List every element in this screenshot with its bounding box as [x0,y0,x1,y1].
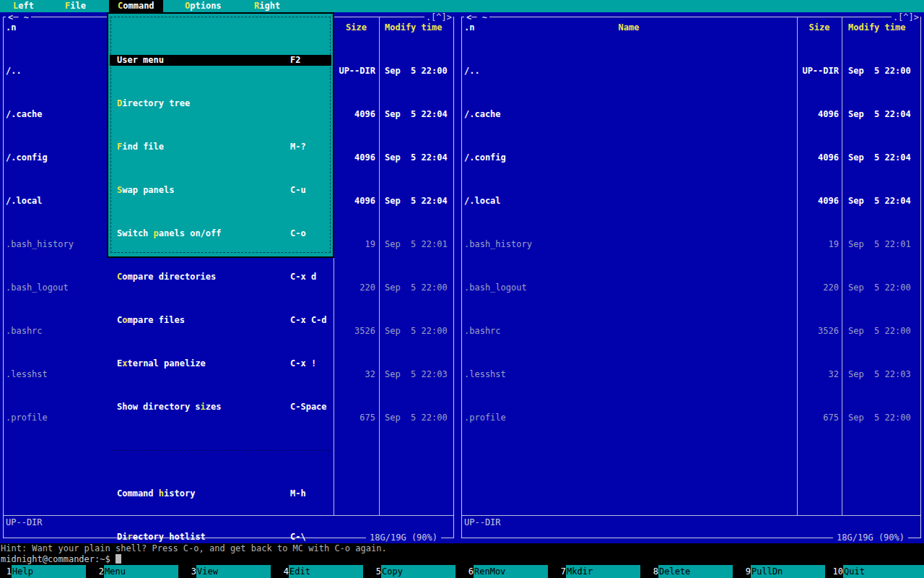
panel-path-history-back-icon[interactable]: <─ ~ [464,12,489,23]
disk-usage: 18G/19G (90%) [366,532,441,543]
menu-item-label: irectory tree [122,98,190,108]
menu-item-hotkey: i [201,402,206,412]
file-name: /.cache [464,109,501,120]
function-key-button[interactable]: 3View [185,565,277,578]
menu-item-label: Di [117,532,127,542]
menubar-item[interactable]: Right [248,0,286,12]
menu-item[interactable]: Switch panels on/offC-o [110,228,331,239]
column-header-name[interactable]: Name [461,22,796,33]
file-mtime: Sep 5 22:00 [385,413,448,423]
function-key-label: Help [12,565,86,578]
menubar-item[interactable]: Command [109,0,163,12]
menu-item[interactable]: User menuF2 [110,55,331,66]
file-size: 19 [798,239,840,250]
file-size: 4096 [798,196,840,207]
menu-item[interactable]: External panelizeC-x ! [110,358,331,369]
file-size: 4096 [798,109,840,120]
menu-item-label: ompare directories [122,272,216,282]
file-row[interactable]: /.. UP--DIR Sep 5 22:00 [460,66,923,77]
menu-item[interactable]: Find fileM-? [110,142,331,152]
dropdown-items: User menuF2 Directory tree Find fileM-? … [110,22,331,578]
file-row[interactable]: .bash_history 19 Sep 5 22:01 [460,239,923,250]
function-key-button[interactable]: 2Menu [92,565,185,578]
file-mtime: Sep 5 22:04 [385,196,448,207]
file-size: 675 [798,413,840,423]
function-key-button[interactable]: 6RenMov [462,565,554,578]
shell-prompt[interactable]: midnight@commander:~$ [1,554,121,565]
menu-item-hotkey: r [127,532,132,542]
hint-line: Hint: Want your plain shell? Press C-o, … [1,543,387,554]
menu-item-label: Switch [117,228,154,238]
function-key-button[interactable]: 4Edit [277,565,370,578]
menubar-item[interactable]: Options [179,0,227,12]
menubar-item[interactable]: File [59,0,92,12]
file-row[interactable]: /.config 4096 Sep 5 22:04 [460,152,923,163]
command-dropdown-menu: User menuF2 Directory tree Find fileM-? … [107,12,334,258]
panel-up-dir-icon[interactable]: .[^]> [424,12,453,23]
function-key-label: Delete [658,565,733,578]
menu-item[interactable]: Compare filesC-x C-d [110,315,331,326]
function-key-button[interactable]: 10Quit [832,565,924,578]
ministatus-text: UP--DIR [464,517,501,528]
file-mtime: Sep 5 22:00 [848,282,911,293]
file-name: .bash_logout [464,282,527,293]
menu-item[interactable]: Command historyM-h [110,488,331,499]
menu-item[interactable]: Directory tree [110,98,331,109]
file-mtime: Sep 5 22:01 [848,239,911,250]
panel-path-history-back-icon[interactable]: <─ ~ [6,12,31,23]
file-size: 3526 [798,326,840,337]
function-key-button[interactable]: 9PullDn [739,565,832,578]
menu-item[interactable]: Directory hotlistC-\ [110,532,331,543]
menu-item-shortcut: M-? [290,142,306,152]
file-mtime: Sep 5 22:00 [848,326,911,337]
file-row[interactable]: .bash_logout 220 Sep 5 22:00 [460,282,923,293]
file-name: .bashrc [6,326,43,337]
function-key-label: PullDn [751,565,825,578]
ministatus-text: UP--DIR [6,517,43,528]
menu-item[interactable] [110,445,331,456]
menu-item-label: ectory hotlist [133,532,206,542]
file-name: .bash_history [464,239,532,250]
file-name: .profile [464,413,506,423]
menu-item-hotkey: h [159,488,164,499]
ministatus-divider [462,515,920,516]
function-key-number: 3 [185,565,196,578]
menu-item[interactable]: Swap panelsC-u [110,185,331,196]
file-row[interactable]: .profile 675 Sep 5 22:00 [460,413,923,423]
menu-item[interactable]: Compare directoriesC-x d [110,272,331,282]
menubar-item-label: ight [259,1,280,11]
file-size: 220 [798,282,840,293]
file-mtime: Sep 5 22:04 [385,152,448,163]
column-header-size[interactable]: Size [798,22,841,33]
menu-item-label: anels on/off [159,228,222,238]
file-size: UP--DIR [334,66,378,77]
menubar-item[interactable]: Left [7,0,40,12]
file-row[interactable]: /.local 4096 Sep 5 22:04 [460,196,923,207]
panel-up-dir-icon[interactable]: .[^]> [892,12,920,23]
function-key-button[interactable]: 8Delete [647,565,739,578]
function-key-button[interactable]: 1Help [0,565,92,578]
file-row[interactable]: .bashrc 3526 Sep 5 22:00 [460,326,923,337]
column-header-mtime[interactable]: Modify time [848,22,905,33]
file-name: .lesshst [464,369,506,380]
menu-item-shortcut: C-x C-d [290,315,327,326]
file-mtime: Sep 5 22:00 [848,413,911,423]
file-mtime: Sep 5 22:03 [848,369,911,380]
file-name: /.config [6,152,48,163]
menu-item[interactable]: Show directory sizesC-Space [110,402,331,413]
column-header-size[interactable]: Size [334,22,378,33]
menu-bar: Left File Command Options Right [0,0,924,12]
file-name: .profile [6,413,48,423]
menubar-item-label: ptions [190,1,221,11]
function-key-button[interactable]: 5Copy [370,565,462,578]
column-header-mtime[interactable]: Modify time [385,22,442,33]
file-row[interactable]: .lesshst 32 Sep 5 22:03 [460,369,923,380]
function-key-button[interactable]: 7Mkdir [554,565,647,578]
file-mtime: Sep 5 22:00 [848,66,911,77]
menu-item-shortcut: C-o [290,228,306,239]
function-key-label: Copy [381,565,456,578]
menubar-item-label: ommand [123,1,154,11]
file-mtime: Sep 5 22:04 [848,196,911,207]
file-row[interactable]: /.cache 4096 Sep 5 22:04 [460,109,923,120]
file-mtime: Sep 5 22:04 [385,109,448,120]
